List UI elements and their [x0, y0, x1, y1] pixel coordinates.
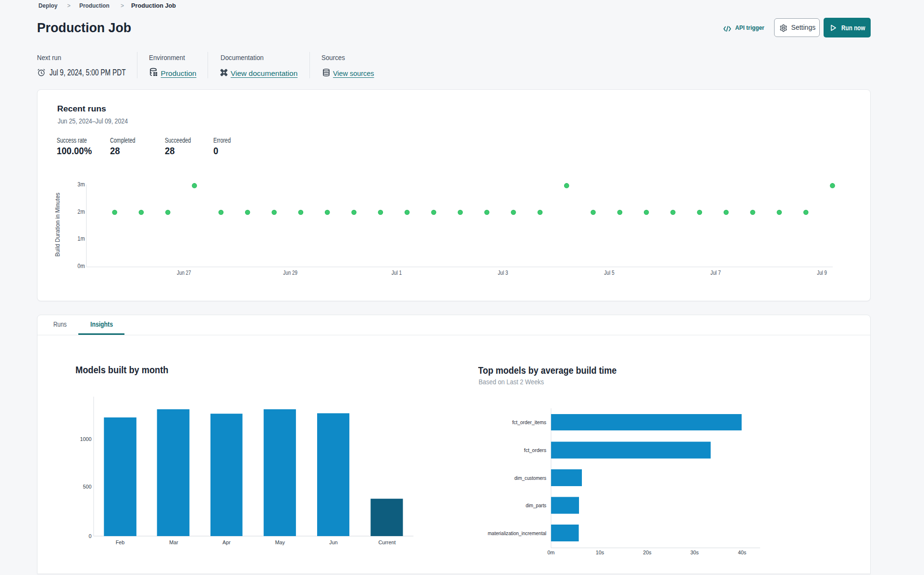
svg-text:500: 500	[83, 484, 91, 489]
svg-text:Feb: Feb	[116, 539, 125, 545]
svg-text:Jul 5: Jul 5	[604, 269, 615, 276]
svg-text:0m: 0m	[547, 550, 554, 555]
svg-text:Build Duration in Minutes: Build Duration in Minutes	[54, 193, 61, 257]
svg-text:3m: 3m	[77, 181, 85, 188]
svg-text:40s: 40s	[738, 550, 747, 555]
svg-text:Mar: Mar	[169, 539, 178, 545]
svg-text:10s: 10s	[596, 550, 604, 555]
svg-text:dim_customers: dim_customers	[515, 475, 547, 481]
svg-text:May: May	[275, 539, 285, 545]
svg-text:fct_orders: fct_orders	[524, 447, 547, 453]
svg-text:Jun 27: Jun 27	[177, 269, 191, 276]
svg-text:1000: 1000	[80, 436, 91, 442]
svg-text:materialization_incremental: materialization_incremental	[488, 530, 546, 536]
svg-text:Jun: Jun	[329, 539, 337, 545]
svg-text:Jul 9: Jul 9	[817, 269, 827, 276]
svg-text:Current: Current	[378, 539, 395, 545]
svg-text:Jul 3: Jul 3	[498, 269, 508, 276]
svg-text:0: 0	[88, 533, 91, 539]
svg-text:fct_order_items: fct_order_items	[512, 419, 546, 425]
svg-text:0m: 0m	[77, 262, 85, 269]
svg-text:30s: 30s	[690, 550, 699, 555]
svg-text:Jun 29: Jun 29	[283, 269, 297, 276]
svg-text:Jul 1: Jul 1	[392, 269, 402, 276]
svg-text:dim_parts: dim_parts	[526, 502, 546, 508]
svg-text:2m: 2m	[77, 208, 85, 215]
svg-text:1m: 1m	[77, 235, 85, 242]
svg-text:Jul 7: Jul 7	[711, 269, 721, 276]
svg-text:Apr: Apr	[222, 539, 231, 545]
svg-text:20s: 20s	[643, 550, 652, 555]
